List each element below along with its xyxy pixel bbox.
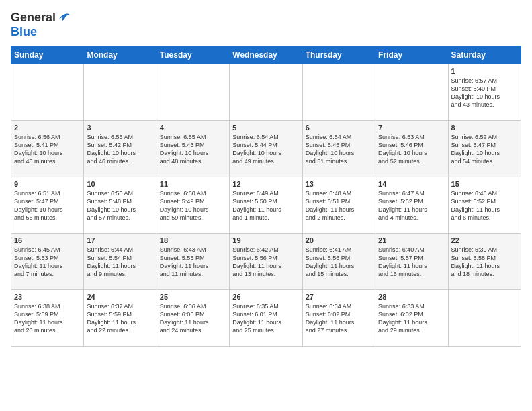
day-cell-14: 14Sunrise: 6:47 AM Sunset: 5:52 PM Dayli… — [375, 177, 448, 234]
day-cell-4: 4Sunrise: 6:55 AM Sunset: 5:43 PM Daylig… — [157, 121, 229, 177]
day-cell-18: 18Sunrise: 6:43 AM Sunset: 5:55 PM Dayli… — [157, 234, 229, 290]
day-info: Sunrise: 6:37 AM Sunset: 5:59 PM Dayligh… — [87, 302, 153, 335]
day-cell-20: 20Sunrise: 6:41 AM Sunset: 5:56 PM Dayli… — [302, 234, 375, 290]
week-row-1: 1Sunrise: 6:57 AM Sunset: 5:40 PM Daylig… — [11, 64, 521, 121]
day-cell-5: 5Sunrise: 6:54 AM Sunset: 5:44 PM Daylig… — [230, 121, 302, 177]
logo-bird-icon — [57, 11, 71, 25]
day-number: 27 — [306, 293, 372, 301]
day-number: 18 — [160, 236, 226, 244]
day-cell-3: 3Sunrise: 6:56 AM Sunset: 5:42 PM Daylig… — [84, 121, 157, 177]
day-cell-13: 13Sunrise: 6:48 AM Sunset: 5:51 PM Dayli… — [302, 177, 375, 234]
day-cell-24: 24Sunrise: 6:37 AM Sunset: 5:59 PM Dayli… — [84, 290, 157, 347]
day-number: 10 — [87, 180, 153, 188]
weekday-sunday: Sunday — [11, 46, 84, 64]
day-cell-empty — [11, 64, 84, 121]
day-number: 16 — [14, 236, 81, 244]
day-number: 25 — [160, 293, 226, 301]
day-cell-2: 2Sunrise: 6:56 AM Sunset: 5:41 PM Daylig… — [11, 121, 84, 177]
day-cell-22: 22Sunrise: 6:39 AM Sunset: 5:58 PM Dayli… — [448, 234, 521, 290]
day-cell-28: 28Sunrise: 6:33 AM Sunset: 6:02 PM Dayli… — [375, 290, 448, 347]
day-number: 11 — [160, 180, 226, 188]
calendar-page: General Blue SundayMondayTuesdayWednesda… — [0, 0, 532, 352]
day-number: 5 — [232, 124, 299, 132]
day-number: 23 — [14, 293, 81, 301]
day-cell-16: 16Sunrise: 6:45 AM Sunset: 5:53 PM Dayli… — [11, 234, 84, 290]
day-info: Sunrise: 6:40 AM Sunset: 5:57 PM Dayligh… — [378, 246, 445, 279]
week-row-3: 9Sunrise: 6:51 AM Sunset: 5:47 PM Daylig… — [11, 177, 521, 234]
weekday-saturday: Saturday — [448, 46, 521, 64]
day-info: Sunrise: 6:39 AM Sunset: 5:58 PM Dayligh… — [451, 246, 518, 279]
day-info: Sunrise: 6:56 AM Sunset: 5:41 PM Dayligh… — [14, 133, 81, 166]
day-number: 17 — [87, 236, 153, 244]
day-info: Sunrise: 6:51 AM Sunset: 5:47 PM Dayligh… — [14, 189, 81, 222]
day-number: 3 — [87, 124, 153, 132]
day-info: Sunrise: 6:53 AM Sunset: 5:46 PM Dayligh… — [378, 133, 445, 166]
day-info: Sunrise: 6:50 AM Sunset: 5:48 PM Dayligh… — [87, 189, 153, 222]
day-info: Sunrise: 6:42 AM Sunset: 5:56 PM Dayligh… — [232, 246, 299, 279]
weekday-wednesday: Wednesday — [230, 46, 302, 64]
day-cell-8: 8Sunrise: 6:52 AM Sunset: 5:47 PM Daylig… — [448, 121, 521, 177]
day-cell-6: 6Sunrise: 6:54 AM Sunset: 5:45 PM Daylig… — [302, 121, 375, 177]
logo-blue-text: Blue — [11, 25, 37, 39]
day-info: Sunrise: 6:36 AM Sunset: 6:00 PM Dayligh… — [160, 302, 226, 335]
day-info: Sunrise: 6:54 AM Sunset: 5:45 PM Dayligh… — [306, 133, 372, 166]
day-cell-empty — [157, 64, 229, 121]
day-info: Sunrise: 6:47 AM Sunset: 5:52 PM Dayligh… — [378, 189, 445, 222]
day-number: 24 — [87, 293, 153, 301]
day-info: Sunrise: 6:54 AM Sunset: 5:44 PM Dayligh… — [232, 133, 299, 166]
day-info: Sunrise: 6:45 AM Sunset: 5:53 PM Dayligh… — [14, 246, 81, 279]
day-number: 19 — [232, 236, 299, 244]
weekday-tuesday: Tuesday — [157, 46, 229, 64]
day-info: Sunrise: 6:57 AM Sunset: 5:40 PM Dayligh… — [451, 77, 518, 109]
day-info: Sunrise: 6:52 AM Sunset: 5:47 PM Dayligh… — [451, 133, 518, 166]
day-number: 22 — [451, 236, 518, 244]
day-number: 28 — [378, 293, 445, 301]
day-info: Sunrise: 6:41 AM Sunset: 5:56 PM Dayligh… — [306, 246, 372, 279]
day-cell-11: 11Sunrise: 6:50 AM Sunset: 5:49 PM Dayli… — [157, 177, 229, 234]
weekday-friday: Friday — [375, 46, 448, 64]
day-info: Sunrise: 6:48 AM Sunset: 5:51 PM Dayligh… — [306, 189, 372, 222]
day-number: 7 — [378, 124, 445, 132]
day-cell-25: 25Sunrise: 6:36 AM Sunset: 6:00 PM Dayli… — [157, 290, 229, 347]
day-number: 26 — [232, 293, 299, 301]
week-row-5: 23Sunrise: 6:38 AM Sunset: 5:59 PM Dayli… — [11, 290, 521, 347]
weekday-header-row: SundayMondayTuesdayWednesdayThursdayFrid… — [11, 46, 521, 64]
logo-general-text: General — [11, 11, 56, 25]
day-cell-9: 9Sunrise: 6:51 AM Sunset: 5:47 PM Daylig… — [11, 177, 84, 234]
day-number: 1 — [451, 67, 518, 75]
day-info: Sunrise: 6:34 AM Sunset: 6:02 PM Dayligh… — [306, 302, 372, 335]
week-row-2: 2Sunrise: 6:56 AM Sunset: 5:41 PM Daylig… — [11, 121, 521, 177]
day-cell-empty — [302, 64, 375, 121]
day-cell-7: 7Sunrise: 6:53 AM Sunset: 5:46 PM Daylig… — [375, 121, 448, 177]
day-number: 14 — [378, 180, 445, 188]
weekday-thursday: Thursday — [302, 46, 375, 64]
day-number: 6 — [306, 124, 372, 132]
day-number: 15 — [451, 180, 518, 188]
day-cell-empty — [84, 64, 157, 121]
day-number: 8 — [451, 124, 518, 132]
day-info: Sunrise: 6:44 AM Sunset: 5:54 PM Dayligh… — [87, 246, 153, 279]
header: General Blue — [11, 11, 521, 39]
day-cell-27: 27Sunrise: 6:34 AM Sunset: 6:02 PM Dayli… — [302, 290, 375, 347]
day-cell-19: 19Sunrise: 6:42 AM Sunset: 5:56 PM Dayli… — [230, 234, 302, 290]
day-number: 2 — [14, 124, 81, 132]
day-info: Sunrise: 6:35 AM Sunset: 6:01 PM Dayligh… — [232, 302, 299, 335]
day-number: 13 — [306, 180, 372, 188]
day-info: Sunrise: 6:56 AM Sunset: 5:42 PM Dayligh… — [87, 133, 153, 166]
day-number: 12 — [232, 180, 299, 188]
day-info: Sunrise: 6:38 AM Sunset: 5:59 PM Dayligh… — [14, 302, 81, 335]
week-row-4: 16Sunrise: 6:45 AM Sunset: 5:53 PM Dayli… — [11, 234, 521, 290]
day-cell-empty — [375, 64, 448, 121]
weekday-monday: Monday — [84, 46, 157, 64]
day-cell-15: 15Sunrise: 6:46 AM Sunset: 5:52 PM Dayli… — [448, 177, 521, 234]
day-info: Sunrise: 6:43 AM Sunset: 5:55 PM Dayligh… — [160, 246, 226, 279]
day-cell-empty — [230, 64, 302, 121]
day-cell-17: 17Sunrise: 6:44 AM Sunset: 5:54 PM Dayli… — [84, 234, 157, 290]
day-number: 4 — [160, 124, 226, 132]
day-number: 21 — [378, 236, 445, 244]
day-cell-26: 26Sunrise: 6:35 AM Sunset: 6:01 PM Dayli… — [230, 290, 302, 347]
day-info: Sunrise: 6:55 AM Sunset: 5:43 PM Dayligh… — [160, 133, 226, 166]
calendar-table: SundayMondayTuesdayWednesdayThursdayFrid… — [11, 46, 521, 347]
day-cell-23: 23Sunrise: 6:38 AM Sunset: 5:59 PM Dayli… — [11, 290, 84, 347]
day-cell-10: 10Sunrise: 6:50 AM Sunset: 5:48 PM Dayli… — [84, 177, 157, 234]
